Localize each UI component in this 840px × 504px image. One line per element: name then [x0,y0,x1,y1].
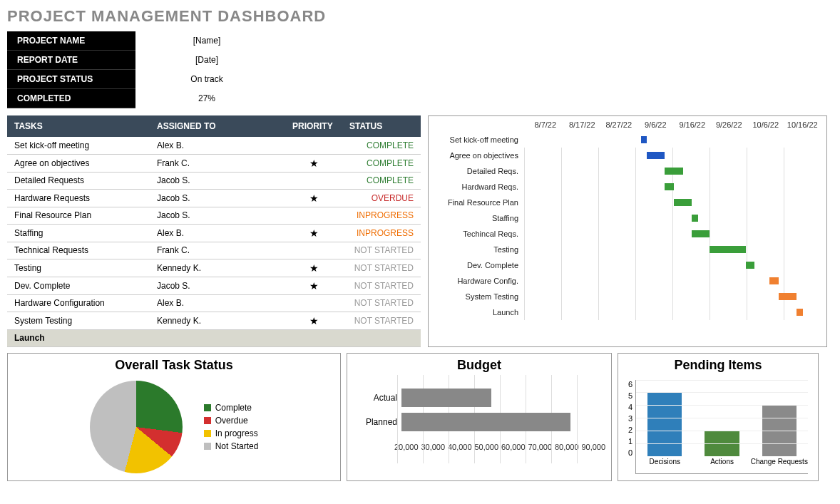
pending-ytick: 5 [628,391,632,400]
task-status: NOT STARTED [342,277,421,294]
gantt-row-label: System Testing [431,292,524,301]
gantt-row: Testing [431,242,824,257]
task-priority: ★ [285,312,342,329]
legend-item: Complete [204,403,259,413]
pending-category: Decisions [650,456,680,473]
task-priority [285,137,342,154]
legend-swatch-icon [204,417,211,424]
pie-chart-box: Overall Task Status CompleteOverdueIn pr… [7,353,341,481]
task-status: NOT STARTED [342,312,421,329]
gantt-date: 8/17/22 [564,120,601,129]
gantt-row: Final Resource Plan [431,195,824,210]
task-row: Hardware ConfigurationAlex B.NOT STARTED [7,294,421,312]
task-name: Hardware Configuration [7,294,150,312]
pending-ytick: 6 [628,380,632,389]
task-priority: ★ [285,189,342,207]
gantt-date: 8/27/22 [600,120,637,129]
budget-tick: 70,000 [527,443,554,451]
task-status: COMPLETE [342,137,421,154]
gantt-row: Agree on objectives [431,148,824,163]
pie-legend: CompleteOverdueIn progressNot Started [204,400,259,454]
gantt-date: 8/7/22 [527,120,564,129]
task-name: Hardware Requests [7,189,150,207]
launch-label: Launch [7,329,421,346]
task-assigned: Jacob S. [150,277,285,294]
task-status: COMPLETE [342,172,421,189]
task-priority: ★ [285,154,342,172]
gantt-bar-icon [641,136,647,143]
gantt-bar-icon [779,293,797,300]
task-name: Technical Requests [7,242,150,259]
gantt-row-label: Techincal Reqs. [431,230,524,238]
legend-swatch-icon [204,404,211,411]
budget-tick: 30,000 [420,443,447,451]
meta-table: PROJECT NAME[Name] REPORT DATE[Date] PRO… [7,31,278,108]
gantt-bar-icon [710,246,745,253]
gantt-bar-icon [692,215,697,222]
gantt-date: 10/16/22 [784,120,821,129]
page-title: PROJECT MANAGEMENT DASHBOARD [7,7,833,26]
task-row: StaffingAlex B.★INPROGRESS [7,224,421,242]
task-name: Final Resource Plan [7,207,150,224]
pending-y-axis: 0123456 [628,380,635,474]
gantt-row: Detailed Reqs. [431,163,824,179]
meta-value-name: [Name] [135,31,278,51]
task-assigned: Jacob S. [150,172,285,189]
pending-chart-box: Pending Items 0123456 DecisionsActionsCh… [618,353,819,481]
legend-item: Overdue [204,416,259,426]
meta-value-date: [Date] [135,51,278,70]
pie-title: Overall Task Status [12,358,336,373]
task-name: Set kick-off meeting [7,137,150,154]
gantt-bar-icon [769,277,779,284]
budget-bar-icon [401,389,491,407]
gantt-chart: 8/7/228/17/228/27/229/6/229/16/229/26/22… [428,115,827,347]
pending-category: Actions [710,456,734,473]
task-name: Testing [7,259,150,277]
gantt-date: 9/26/22 [711,120,748,129]
gantt-bar-icon [674,199,692,206]
task-priority [285,294,342,312]
task-assigned: Alex B. [150,224,285,242]
task-status: NOT STARTED [342,259,421,277]
meta-label-status: PROJECT STATUS [7,70,135,89]
th-priority: PRIORITY [285,115,342,137]
task-assigned: Jacob S. [150,189,285,207]
legend-item: In progress [204,428,259,438]
legend-swatch-icon [204,430,211,437]
task-assigned: Alex B. [150,294,285,312]
gantt-date: 9/6/22 [637,120,675,129]
task-row: Final Resource PlanJacob S.INPROGRESS [7,207,421,224]
gantt-row: Techincal Reqs. [431,226,824,242]
task-priority: ★ [285,277,342,294]
legend-label: Not Started [215,441,259,451]
gantt-bar-icon [797,309,802,316]
meta-value-status: On track [135,70,278,89]
legend-label: Complete [215,403,252,413]
budget-tick: 50,000 [473,443,501,451]
task-row: TestingKennedy K.★NOT STARTED [7,259,421,277]
th-assigned: ASSIGNED TO [150,115,285,137]
gantt-row: System Testing [431,289,824,304]
meta-value-completed: 27% [135,89,278,108]
budget-title: Budget [352,358,607,373]
gantt-bar-icon [692,230,710,237]
task-assigned: Jacob S. [150,207,285,224]
task-name: Agree on objectives [7,154,150,172]
budget-category: Actual [360,393,401,403]
legend-label: In progress [215,428,258,438]
gantt-row: Dev. Complete [431,257,824,273]
pending-title: Pending Items [623,358,814,373]
tasks-table: TASKS ASSIGNED TO PRIORITY STATUS Set ki… [7,115,421,347]
budget-axis: 20,00030,00040,00050,00060,00070,00080,0… [393,443,607,451]
gantt-row: Hardware Config. [431,273,824,289]
task-row: Set kick-off meetingAlex B.COMPLETE [7,137,421,154]
task-assigned: Kennedy K. [150,312,285,329]
task-priority [285,172,342,189]
meta-label-name: PROJECT NAME [7,31,135,51]
pending-ytick: 3 [628,414,632,423]
task-name: Dev. Complete [7,277,150,294]
pending-category: Change Requests [751,456,808,473]
meta-section: PROJECT NAME[Name] REPORT DATE[Date] PRO… [7,31,833,108]
task-status: NOT STARTED [342,242,421,259]
gantt-row: Launch [431,304,824,320]
